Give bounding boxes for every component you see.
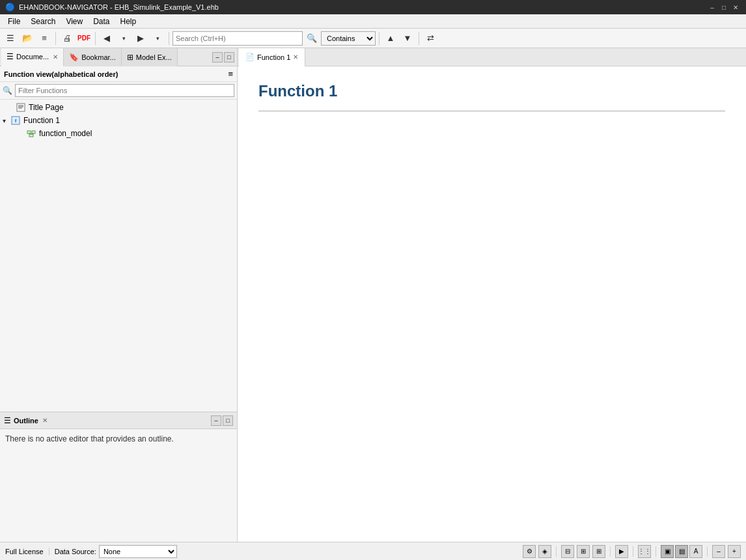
nav-down-button[interactable]: ▼ [400, 31, 415, 46]
tab-model-explorer[interactable]: ⊞ Model Ex... [122, 48, 178, 66]
tab-bookmarks[interactable]: 🔖 Bookmar... [64, 48, 122, 66]
status-right-controls: ⚙ ◈ ⊟ ⊞ ⊞ ▶ ⋮⋮ ▣ ▤ A – + [523, 545, 741, 558]
toolbar-forward[interactable]: ▶ [133, 31, 148, 46]
minimize-button[interactable]: – [707, 2, 717, 12]
status-sep3 [633, 546, 633, 557]
close-button[interactable]: ✕ [730, 2, 741, 12]
tree-label-function-model: function_model [39, 129, 92, 138]
outline-controls: – □ [211, 415, 233, 426]
contains-dropdown[interactable]: Contains Starts With Exact [321, 31, 376, 46]
editor-tab-label: Function 1 [257, 53, 290, 61]
left-panel-minimize[interactable]: – [212, 52, 223, 63]
filter-functions-bar: 🔍 [0, 82, 237, 100]
svg-rect-0 [17, 104, 25, 111]
tab-documents-label: Docume... [16, 53, 49, 61]
outline-icon: ☰ [4, 416, 11, 425]
svg-rect-8 [29, 134, 33, 137]
right-panel: 📄 Function 1 ✕ Function 1 [238, 48, 746, 542]
menu-bar: File Search View Data Help [0, 14, 746, 29]
status-datasource: Data Source: None [55, 545, 177, 558]
tree-item-function1[interactable]: ▾ f Function 1 [0, 114, 237, 127]
status-btn-gear[interactable]: ⚙ [523, 545, 536, 558]
tab-documents[interactable]: ☰ Docume... ✕ [1, 48, 64, 66]
status-btn-view2[interactable]: ▤ [675, 545, 688, 558]
toolbar-back-arrow[interactable]: ▾ [116, 31, 131, 46]
toolbar-sep5 [419, 32, 419, 45]
status-bar: Full License Data Source: None ⚙ ◈ ⊟ ⊞ ⊞… [0, 542, 746, 560]
function-view-sort-icon[interactable]: ≡ [228, 69, 233, 79]
editor-tab-close[interactable]: ✕ [293, 53, 298, 61]
toolbar-sep2 [95, 32, 96, 45]
status-btn-layers[interactable]: ◈ [538, 545, 551, 558]
outline-minimize[interactable]: – [211, 415, 221, 426]
status-btn-dots[interactable]: ⋮⋮ [638, 545, 651, 558]
status-sep5 [707, 546, 708, 557]
left-panel: ☰ Docume... ✕ 🔖 Bookmar... ⊞ Model Ex...… [0, 48, 238, 542]
status-btn-view1[interactable]: ▣ [661, 545, 674, 558]
status-btn-view3[interactable]: A [689, 545, 702, 558]
outline-panel: ☰ Outline ✕ – □ There is no active edito… [0, 412, 237, 542]
tree-label-function1: Function 1 [23, 116, 60, 125]
status-btn-play[interactable]: ▶ [615, 545, 628, 558]
model-explorer-icon: ⊞ [127, 53, 133, 62]
maximize-button[interactable]: □ [719, 2, 729, 12]
outline-header: ☰ Outline ✕ – □ [0, 412, 237, 429]
toolbar-back[interactable]: ◀ [99, 31, 115, 46]
toolbar-print[interactable]: 🖨 [59, 31, 75, 46]
editor-tab-function1[interactable]: 📄 Function 1 ✕ [239, 48, 305, 66]
title-page-icon [16, 102, 26, 113]
menu-file[interactable]: File [3, 16, 25, 27]
function-view: Function view(alphabetical order) ≡ 🔍 [0, 66, 237, 412]
status-btn-table2[interactable]: ⊞ [577, 545, 590, 558]
menu-data[interactable]: Data [88, 16, 115, 27]
editor-tab-icon: 📄 [245, 53, 255, 61]
toolbar-forward-arrow[interactable]: ▾ [150, 31, 165, 46]
toolbar-open[interactable]: 📂 [20, 31, 35, 46]
title-bar-left: 🔵 EHANDBOOK-NAVIGATOR - EHB_Simulink_Exa… [5, 3, 219, 12]
tab-model-explorer-label: Model Ex... [136, 53, 172, 61]
datasource-label: Data Source: [55, 548, 96, 555]
tree-arrow-function1[interactable]: ▾ [3, 117, 10, 124]
left-tab-bar: ☰ Docume... ✕ 🔖 Bookmar... ⊞ Model Ex...… [0, 48, 237, 66]
zoom-plus-button[interactable]: + [728, 545, 741, 558]
status-license: Full License [5, 548, 49, 555]
function1-icon: f [10, 115, 21, 126]
zoom-controls: ▣ ▤ A [661, 545, 702, 558]
main-layout: ☰ Docume... ✕ 🔖 Bookmar... ⊞ Model Ex...… [0, 48, 746, 542]
tree-item-title-page[interactable]: Title Page [0, 101, 237, 114]
toolbar-sep1 [55, 32, 56, 45]
datasource-select[interactable]: None [99, 545, 177, 558]
bookmarks-icon: 🔖 [69, 53, 79, 62]
status-btn-table1[interactable]: ⊟ [561, 545, 574, 558]
svg-rect-7 [32, 131, 35, 133]
status-sep4 [656, 546, 656, 557]
tab-documents-close[interactable]: ✕ [53, 53, 58, 61]
filter-functions-input[interactable] [15, 84, 234, 97]
left-panel-maximize[interactable]: □ [224, 52, 234, 63]
menu-view[interactable]: View [61, 16, 88, 27]
filter-icon: 🔍 [3, 86, 12, 95]
search-input[interactable] [173, 31, 303, 46]
status-btn-table3[interactable]: ⊞ [592, 545, 605, 558]
tree-item-function-model[interactable]: function_model [0, 127, 237, 140]
heading-divider [258, 111, 725, 111]
toolbar-sync[interactable]: ⇄ [422, 31, 438, 46]
outline-maximize[interactable]: □ [223, 415, 233, 426]
function-model-icon [26, 128, 36, 139]
app-icon: 🔵 [5, 3, 15, 12]
outline-title: Outline [14, 417, 38, 425]
zoom-minus-button[interactable]: – [712, 545, 725, 558]
menu-search[interactable]: Search [25, 16, 61, 27]
toolbar-list[interactable]: ≡ [36, 31, 52, 46]
title-bar-text: EHANDBOOK-NAVIGATOR - EHB_Simulink_Examp… [19, 3, 219, 11]
toolbar-sep4 [379, 32, 380, 45]
function-view-header: Function view(alphabetical order) ≡ [0, 66, 237, 82]
toolbar-new[interactable]: ☰ [3, 31, 18, 46]
search-icon[interactable]: 🔍 [304, 31, 320, 46]
toolbar-pdf[interactable]: PDF [76, 31, 92, 46]
nav-up-button[interactable]: ▲ [383, 31, 398, 46]
title-bar: 🔵 EHANDBOOK-NAVIGATOR - EHB_Simulink_Exa… [0, 0, 746, 14]
status-sep1 [556, 546, 557, 557]
outline-close[interactable]: ✕ [42, 417, 48, 424]
menu-help[interactable]: Help [115, 16, 142, 27]
